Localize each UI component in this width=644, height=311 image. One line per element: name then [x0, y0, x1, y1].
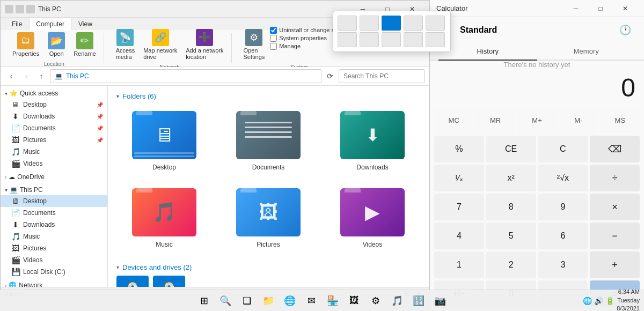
mail-taskbar-button[interactable]: ✉ — [302, 291, 321, 310]
calc-close-button[interactable]: ✕ — [613, 0, 638, 17]
up-button[interactable]: ↑ — [35, 70, 48, 83]
layout-cell-2-3[interactable] — [382, 32, 401, 47]
sidebar-item-downloads[interactable]: ⬇ Downloads 📌 — [1, 110, 107, 122]
calc-c-button[interactable]: C — [538, 136, 588, 162]
calc-mplus-button[interactable]: M+ — [517, 107, 557, 134]
edge-taskbar-button[interactable]: 🌐 — [280, 291, 299, 310]
access-media-button[interactable]: 📡 Accessmedia — [113, 27, 138, 62]
folder-item-pictures[interactable]: 🖼 Pictures — [221, 184, 316, 253]
music-taskbar-button[interactable]: 🎵 — [387, 291, 407, 310]
battery-tray-icon[interactable]: 🔋 — [605, 297, 614, 305]
calc-percent-button[interactable]: % — [434, 136, 484, 162]
sidebar-item-desktop[interactable]: 🖥 Desktop 📌 — [1, 99, 107, 110]
start-button[interactable]: ⊞ — [194, 291, 214, 310]
calc-taskbar-button[interactable]: 🔢 — [409, 291, 428, 310]
network-tray-icon[interactable]: 🌐 — [583, 297, 592, 305]
settings-taskbar-button[interactable]: ⚙ — [366, 291, 385, 310]
calc-add-button[interactable]: + — [590, 251, 640, 278]
folders-section-header[interactable]: ▾ Folders (6) — [116, 92, 420, 100]
calc-backspace-button[interactable]: ⌫ — [590, 136, 640, 162]
calc-mminus-button[interactable]: M- — [559, 107, 598, 134]
layout-cell-2-2[interactable] — [360, 32, 379, 47]
refresh-button[interactable]: ⟳ — [324, 70, 336, 83]
calc-ms-button[interactable]: MS — [601, 107, 640, 134]
calc-sqrt-button[interactable]: ²√x — [538, 165, 588, 191]
add-network-button[interactable]: ➕ Add a networklocation — [182, 27, 226, 62]
calc-1-button[interactable]: 1 — [434, 251, 484, 278]
sidebar-item-this-pc-pictures[interactable]: 🖼 Pictures — [1, 242, 107, 254]
sidebar-item-this-pc-desktop[interactable]: 🖥 Desktop — [1, 195, 107, 207]
address-input[interactable]: 💻 This PC — [50, 69, 321, 83]
rename-button[interactable]: ✏ Rename — [70, 30, 99, 59]
sidebar-item-music[interactable]: 🎵 Music — [1, 146, 107, 158]
folder-item-desktop[interactable]: 🖥 Desktop — [116, 107, 212, 175]
drive-icon-2[interactable]: 💽 — [153, 276, 185, 287]
calc-minimize-button[interactable]: ─ — [564, 0, 588, 17]
sidebar-item-this-pc-downloads[interactable]: ⬇ Downloads — [1, 219, 107, 231]
sidebar-item-this-pc-music[interactable]: 🎵 Music — [1, 231, 107, 242]
sidebar-item-pictures[interactable]: 🖼 Pictures 📌 — [1, 134, 107, 146]
calc-4-button[interactable]: 4 — [434, 223, 484, 249]
open-settings-button[interactable]: ⚙ OpenSettings — [240, 27, 268, 62]
calc-8-button[interactable]: 8 — [486, 194, 536, 220]
drive-icon-1[interactable]: 💽 — [116, 276, 149, 287]
sidebar-network-header[interactable]: › 🌐 Network — [1, 280, 107, 287]
camera-taskbar-button[interactable]: 📷 — [430, 291, 450, 310]
calc-5-button[interactable]: 5 — [486, 223, 536, 249]
calc-9-button[interactable]: 9 — [538, 194, 588, 220]
open-button[interactable]: 📂 Open — [45, 30, 68, 59]
properties-button[interactable]: 🗂 Properties — [9, 30, 42, 59]
calc-divide-button[interactable]: ÷ — [590, 165, 640, 191]
calc-square-button[interactable]: x² — [486, 165, 536, 191]
calc-ce-button[interactable]: CE — [486, 136, 536, 162]
forward-button[interactable]: › — [20, 70, 33, 83]
sidebar-item-documents[interactable]: 📄 Documents 📌 — [1, 122, 107, 134]
sidebar-onedrive-header[interactable]: › ☁ OneDrive — [1, 172, 107, 182]
back-button[interactable]: ‹ — [5, 70, 18, 83]
folder-item-documents[interactable]: Documents — [221, 107, 316, 175]
calc-7-button[interactable]: 7 — [434, 194, 484, 220]
calc-6-button[interactable]: 6 — [538, 223, 588, 249]
ribbon-tab-view[interactable]: View — [71, 18, 99, 30]
ribbon-tab-file[interactable]: File — [5, 18, 29, 30]
sidebar-item-this-pc-videos[interactable]: 🎬 Videos — [1, 254, 107, 266]
calc-2-button[interactable]: 2 — [486, 251, 536, 278]
explorer-taskbar-button[interactable]: 📁 — [259, 291, 278, 310]
layout-cell-1-4[interactable] — [404, 16, 423, 31]
layout-cell-1-2[interactable] — [360, 16, 379, 31]
pictures-folder-label: Pictures — [257, 241, 280, 248]
layout-cell-2-5[interactable] — [426, 32, 445, 47]
volume-tray-icon[interactable]: 🔊 — [594, 297, 603, 305]
store-taskbar-button[interactable]: 🏪 — [323, 291, 342, 310]
calc-maximize-button[interactable]: □ — [588, 0, 613, 17]
devices-section-header[interactable]: ▾ Devices and drives (2) — [116, 263, 420, 271]
calc-reciprocal-button[interactable]: ¹⁄ₓ — [434, 165, 484, 191]
photos-taskbar-button[interactable]: 🖼 — [345, 291, 364, 310]
calc-3-button[interactable]: 3 — [538, 251, 588, 278]
layout-cell-1-5[interactable] — [426, 16, 445, 31]
sidebar-quick-access-header[interactable]: ▾ ⭐ Quick access — [1, 88, 107, 99]
map-drive-button[interactable]: 🔗 Map networkdrive — [140, 27, 180, 62]
search-button[interactable]: 🔍 — [216, 291, 235, 310]
sidebar-item-videos[interactable]: 🎬 Videos — [1, 158, 107, 169]
sidebar-this-pc-header[interactable]: ▾ 💻 This PC — [1, 184, 107, 195]
sidebar-item-local-disk[interactable]: 💾 Local Disk (C:) — [1, 266, 107, 278]
calc-subtract-button[interactable]: − — [590, 223, 640, 249]
search-input[interactable] — [339, 69, 425, 83]
layout-cell-2-1[interactable] — [338, 32, 357, 47]
folder-item-videos[interactable]: ▶ Videos — [325, 184, 420, 253]
layout-cell-1-1[interactable] — [338, 16, 357, 31]
calc-mr-button[interactable]: MR — [475, 107, 515, 134]
folder-item-downloads[interactable]: ⬇ Downloads — [325, 107, 420, 175]
sidebar-item-this-pc-documents[interactable]: 📄 Documents — [1, 207, 107, 219]
folder-item-music[interactable]: 🎵 Music — [116, 184, 212, 253]
layout-cell-2-4[interactable] — [404, 32, 423, 47]
calc-mc-button[interactable]: MC — [434, 107, 473, 134]
tab-memory[interactable]: Memory — [537, 43, 636, 61]
task-view-button[interactable]: ❑ — [237, 291, 257, 310]
ribbon-tab-computer[interactable]: Computer — [29, 18, 71, 31]
layout-cell-1-3[interactable] — [382, 16, 401, 31]
tab-history[interactable]: History — [438, 43, 537, 61]
calc-multiply-button[interactable]: × — [590, 194, 640, 220]
taskbar-time[interactable]: 6:34 AM Tuesday8/3/2021 — [617, 288, 640, 311]
